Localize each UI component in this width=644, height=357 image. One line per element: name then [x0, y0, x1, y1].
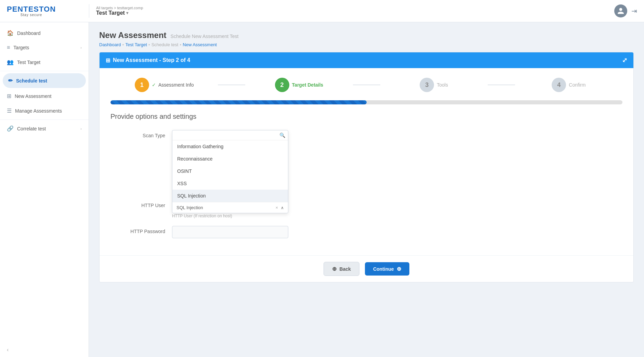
breadcrumb-test-target[interactable]: Test Target [125, 42, 147, 47]
card-footer: ⊕ Back Continue ⊕ [100, 255, 633, 282]
step-3: 3 Tools [380, 78, 488, 92]
form-section-title: Provide options and settings [110, 113, 622, 120]
page-header: New Assessment Schedule New Assessment T… [99, 30, 634, 47]
dropdown-collapse-icon[interactable]: ∧ [281, 205, 284, 210]
step-label-1: ✓ Assessment Info [152, 82, 194, 88]
scan-type-label: Scan Type [110, 130, 165, 138]
sidebar-separator [0, 71, 89, 71]
sidebar-item-targets[interactable]: ≡ Targets › [0, 40, 89, 55]
breadcrumb-dashboard[interactable]: Dashboard [99, 42, 121, 47]
dropdown-option-xss[interactable]: XSS [172, 177, 288, 190]
step-connector-1-2 [218, 85, 245, 85]
card-body: 1 ✓ Assessment Info 2 Target Details [100, 68, 633, 255]
step-4: 4 Confirm [515, 78, 622, 92]
continue-icon: ⊕ [397, 266, 401, 272]
expand-icon[interactable]: ⤢ [622, 56, 627, 64]
step-circle-2: 2 [275, 78, 289, 92]
scan-type-dropdown: 🔍 Information Gathering Reconnaissance O… [172, 130, 288, 213]
breadcrumb-schedule-test: Schedule test [152, 42, 179, 47]
stepper: 1 ✓ Assessment Info 2 Target Details [110, 78, 622, 92]
sidebar-item-new-assessment[interactable]: ⊞ New Assessment [0, 89, 89, 103]
sidebar-item-test-target[interactable]: 👥 Test Target [0, 55, 89, 69]
dropdown-option-sql-injection[interactable]: SQL Injection [172, 190, 288, 202]
step-circle-1: 1 [135, 78, 149, 92]
http-password-input[interactable] [172, 226, 288, 238]
page-subtitle: Schedule New Assessment Test [171, 34, 239, 39]
logo-area: PENTESTON Stay secure [7, 5, 82, 17]
card-header-title: New Assessment - Step 2 of 4 [113, 57, 190, 63]
layout: 🏠 Dashboard ≡ Targets › 👥 Test Target ✏ … [0, 22, 644, 357]
step-1: 1 ✓ Assessment Info [110, 78, 218, 92]
step-circle-4: 4 [552, 78, 566, 92]
dropdown-search-input[interactable] [175, 133, 279, 138]
step-label-2: Target Details [292, 82, 324, 88]
header-breadcrumb-small: All targets > testtarget.comp [96, 6, 143, 10]
search-icon: 🔍 [279, 132, 285, 138]
header-target-name[interactable]: Test Target ▾ [96, 10, 143, 16]
header-right: ⇥ [614, 4, 637, 17]
breadcrumb: Dashboard ● Test Target ● Schedule test … [99, 42, 634, 47]
header-divider [89, 4, 89, 18]
sidebar: 🏠 Dashboard ≡ Targets › 👥 Test Target ✏ … [0, 22, 89, 357]
step-connector-2-3 [353, 85, 380, 85]
main-card: ⊞ New Assessment - Step 2 of 4 ⤢ 1 ✓ Ass… [99, 52, 634, 282]
progress-bar-fill [110, 100, 367, 104]
main-content: New Assessment Schedule New Assessment T… [89, 22, 644, 357]
step-2: 2 Target Details [245, 78, 353, 92]
dropdown-clear-icon[interactable]: × [275, 205, 278, 210]
home-icon: 🏠 [7, 30, 14, 36]
dropdown-search-bar: 🔍 [172, 130, 288, 140]
sidebar-separator-2 [0, 119, 89, 120]
header-breadcrumb: All targets > testtarget.comp Test Targe… [96, 6, 143, 16]
card-header: ⊞ New Assessment - Step 2 of 4 ⤢ [100, 52, 633, 68]
sidebar-item-manage-assessments[interactable]: ☰ Manage Assessments [0, 103, 89, 118]
header: PENTESTON Stay secure All targets > test… [0, 0, 644, 22]
http-password-wrapper [172, 226, 295, 238]
scan-type-row: Scan Type 🔍 Information Gathering Reconn… [110, 130, 622, 138]
step-label-4: Confirm [569, 82, 586, 88]
http-user-label: HTTP User [110, 200, 165, 208]
progress-bar [110, 100, 622, 104]
correlate-icon: 🔗 [7, 125, 14, 132]
breadcrumb-new-assessment: New Assessment [183, 42, 217, 47]
dropdown-selected-row: SQL Injection × ∧ [172, 202, 288, 213]
card-header-icon: ⊞ [106, 57, 110, 64]
avatar[interactable] [614, 4, 627, 17]
sidebar-item-schedule-test[interactable]: ✏ Schedule test [3, 73, 86, 88]
chevron-right-icon-2: › [80, 127, 82, 131]
targets-icon: ≡ [7, 44, 10, 51]
step-connector-3-4 [488, 85, 515, 85]
new-assessment-icon: ⊞ [7, 93, 11, 99]
continue-button[interactable]: Continue ⊕ [365, 262, 409, 276]
http-password-row: HTTP Password [110, 226, 622, 238]
dropdown-selected-value: SQL Injection [176, 205, 203, 210]
back-icon: ⊕ [332, 266, 337, 272]
logout-icon[interactable]: ⇥ [631, 7, 637, 15]
back-button[interactable]: ⊕ Back [324, 262, 359, 276]
dropdown-option-info-gathering[interactable]: Information Gathering [172, 140, 288, 153]
page-title: New Assessment [99, 30, 167, 40]
brand-tagline: Stay secure [21, 13, 42, 17]
sidebar-item-correlate-test[interactable]: 🔗 Correlate test › [0, 121, 89, 136]
dropdown-option-reconnaissance[interactable]: Reconnaissance [172, 153, 288, 165]
brand-name: PENTESTON [7, 5, 56, 13]
schedule-icon: ✏ [8, 77, 13, 84]
dropdown-option-osint[interactable]: OSINT [172, 165, 288, 177]
http-user-hint: HTTP User (If restriction on host) [172, 214, 295, 218]
page-title-row: New Assessment Schedule New Assessment T… [99, 30, 634, 40]
chevron-right-icon: › [80, 46, 82, 50]
manage-icon: ☰ [7, 107, 12, 114]
step-circle-3: 3 [420, 78, 434, 92]
sidebar-collapse-button[interactable]: ‹ [0, 343, 89, 357]
step-label-3: Tools [437, 82, 448, 88]
sidebar-item-dashboard[interactable]: 🏠 Dashboard [0, 26, 89, 40]
test-target-icon: 👥 [7, 59, 14, 65]
http-password-label: HTTP Password [110, 226, 165, 234]
